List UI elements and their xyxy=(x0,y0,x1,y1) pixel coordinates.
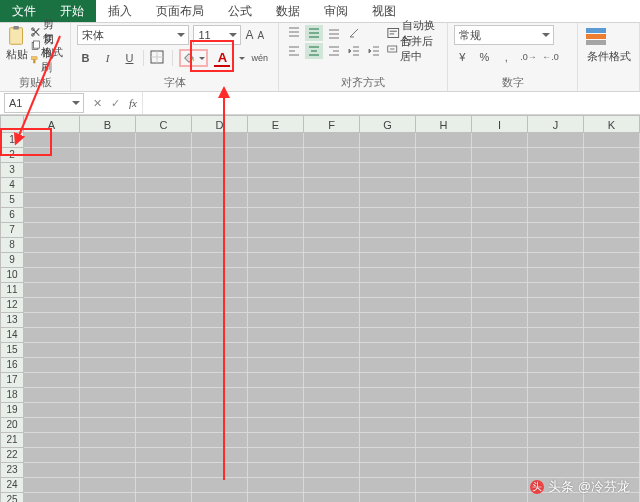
align-top-button[interactable] xyxy=(285,25,303,41)
column-header[interactable]: A xyxy=(24,115,80,133)
cell[interactable] xyxy=(248,223,304,238)
cell[interactable] xyxy=(192,448,248,463)
cell[interactable] xyxy=(416,358,472,373)
cell[interactable] xyxy=(416,283,472,298)
cell[interactable] xyxy=(416,463,472,478)
cell[interactable] xyxy=(360,448,416,463)
cell[interactable] xyxy=(528,418,584,433)
orientation-button[interactable] xyxy=(345,25,363,41)
tab-view[interactable]: 视图 xyxy=(360,0,408,22)
cell[interactable] xyxy=(416,163,472,178)
select-all-corner[interactable] xyxy=(0,115,24,133)
cell[interactable] xyxy=(360,358,416,373)
cell[interactable] xyxy=(472,418,528,433)
cell[interactable] xyxy=(24,283,80,298)
cell[interactable] xyxy=(360,148,416,163)
cell[interactable] xyxy=(136,193,192,208)
cell[interactable] xyxy=(416,223,472,238)
cell[interactable] xyxy=(24,178,80,193)
cell[interactable] xyxy=(584,403,640,418)
cell[interactable] xyxy=(80,388,136,403)
accounting-format-button[interactable]: ¥ xyxy=(454,49,470,65)
cell[interactable] xyxy=(248,478,304,493)
cell[interactable] xyxy=(416,478,472,493)
conditional-formatting-button[interactable]: 条件格式 xyxy=(584,25,633,64)
row-header[interactable]: 17 xyxy=(0,373,24,388)
cell[interactable] xyxy=(472,328,528,343)
cell[interactable] xyxy=(136,148,192,163)
italic-button[interactable]: I xyxy=(99,50,115,66)
cell[interactable] xyxy=(24,493,80,502)
cell[interactable] xyxy=(360,163,416,178)
cell[interactable] xyxy=(584,313,640,328)
cell[interactable] xyxy=(360,298,416,313)
cell[interactable] xyxy=(360,373,416,388)
cell[interactable] xyxy=(304,148,360,163)
cell[interactable] xyxy=(80,373,136,388)
cell[interactable] xyxy=(304,448,360,463)
row-header[interactable]: 24 xyxy=(0,478,24,493)
cell[interactable] xyxy=(248,358,304,373)
cell[interactable] xyxy=(136,163,192,178)
row-header[interactable]: 14 xyxy=(0,328,24,343)
cell[interactable] xyxy=(80,328,136,343)
row-header[interactable]: 18 xyxy=(0,388,24,403)
cell[interactable] xyxy=(416,328,472,343)
cell[interactable] xyxy=(528,403,584,418)
cell[interactable] xyxy=(248,238,304,253)
cell[interactable] xyxy=(416,433,472,448)
increase-font-icon[interactable]: A xyxy=(245,28,253,42)
cell[interactable] xyxy=(304,208,360,223)
cell[interactable] xyxy=(360,328,416,343)
cell[interactable] xyxy=(472,298,528,313)
cell[interactable] xyxy=(472,403,528,418)
bold-button[interactable]: B xyxy=(77,50,93,66)
cell[interactable] xyxy=(248,493,304,502)
cell[interactable] xyxy=(248,388,304,403)
cell[interactable] xyxy=(136,388,192,403)
cell[interactable] xyxy=(192,253,248,268)
cell[interactable] xyxy=(136,298,192,313)
insert-function-button[interactable]: fx xyxy=(124,97,142,109)
cell[interactable] xyxy=(136,178,192,193)
cell[interactable] xyxy=(472,388,528,403)
align-bottom-button[interactable] xyxy=(325,25,343,41)
row-header[interactable]: 10 xyxy=(0,268,24,283)
cell[interactable] xyxy=(248,463,304,478)
cell[interactable] xyxy=(584,148,640,163)
cell[interactable] xyxy=(472,448,528,463)
cell[interactable] xyxy=(136,403,192,418)
row-header[interactable]: 15 xyxy=(0,343,24,358)
cell[interactable] xyxy=(24,388,80,403)
cell[interactable] xyxy=(80,178,136,193)
cell[interactable] xyxy=(584,163,640,178)
cell[interactable] xyxy=(136,133,192,148)
cell[interactable] xyxy=(304,478,360,493)
cell[interactable] xyxy=(360,223,416,238)
cell[interactable] xyxy=(416,268,472,283)
cell[interactable] xyxy=(136,478,192,493)
phonetic-guide-button[interactable]: wén xyxy=(251,50,267,66)
paste-button[interactable]: 粘贴 xyxy=(6,25,28,67)
cell[interactable] xyxy=(304,193,360,208)
cell[interactable] xyxy=(304,463,360,478)
row-header[interactable]: 12 xyxy=(0,298,24,313)
cell[interactable] xyxy=(192,163,248,178)
row-header[interactable]: 6 xyxy=(0,208,24,223)
cell[interactable] xyxy=(136,238,192,253)
cell[interactable] xyxy=(24,163,80,178)
cell[interactable] xyxy=(528,238,584,253)
cell[interactable] xyxy=(248,298,304,313)
cell[interactable] xyxy=(584,238,640,253)
cell[interactable] xyxy=(584,208,640,223)
cell[interactable] xyxy=(416,388,472,403)
cell[interactable] xyxy=(416,403,472,418)
cell[interactable] xyxy=(248,313,304,328)
cell[interactable] xyxy=(80,478,136,493)
cell[interactable] xyxy=(24,298,80,313)
cell[interactable] xyxy=(360,418,416,433)
cell[interactable] xyxy=(248,148,304,163)
cell[interactable] xyxy=(360,268,416,283)
cell[interactable] xyxy=(192,178,248,193)
cell[interactable] xyxy=(416,148,472,163)
